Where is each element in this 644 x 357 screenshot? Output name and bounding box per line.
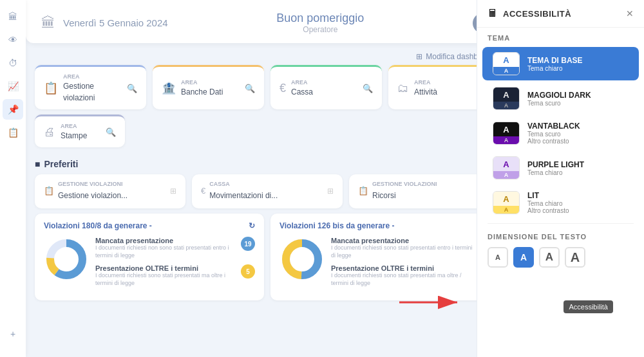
text-size-small[interactable]: A [488, 247, 508, 268]
theme-lit-thumb: A A [493, 191, 520, 214]
refresh-icon-1[interactable]: ↻ [249, 221, 255, 230]
theme-dark-thumb: A A [493, 87, 520, 110]
preferiti-cards: 📋 GESTIONE VIOLAZIONI Gestione violazion… [35, 174, 500, 208]
text-size-xlarge[interactable]: A [565, 247, 585, 268]
pref-card-gestione[interactable]: 📋 GESTIONE VIOLAZIONI Gestione violazion… [35, 174, 185, 208]
greeting-text: Buon pomeriggio [276, 12, 364, 25]
operator-label: Operatore [276, 25, 364, 34]
area-stampe-icon: 🖨 [44, 125, 55, 139]
view-icon[interactable]: 👁 [3, 30, 23, 50]
area-card-gestione[interactable]: 📋 AREA Gestione violazioni 🔍 [35, 65, 146, 109]
theme-purple-thumb: A A [493, 156, 520, 179]
donut-chart-1 [44, 237, 89, 282]
toolbar: ⊞ Modifica dashboard [26, 50, 509, 65]
text-size-title: DIMENSIONE DEL TESTO [488, 233, 634, 241]
violation-widget-180: Violazioni 180/8 da generare - ↻ Mancata… [35, 214, 264, 300]
grid-icon: ⊞ [416, 52, 422, 61]
area-gestione-icon: 📋 [44, 81, 58, 95]
area-card-stampe[interactable]: 🖨 AREA Stampe 🔍 [35, 114, 125, 147]
area-attivita-icon: 🗂 [397, 82, 409, 95]
accessibility-tooltip: Accessibilità [564, 300, 613, 313]
areas-row-2: 🖨 AREA Stampe 🔍 [26, 114, 509, 150]
search-icon-cassa[interactable]: 🔍 [363, 84, 373, 93]
search-icon-stampe[interactable]: 🔍 [106, 127, 116, 137]
preferiti-title: ■ Preferiti [35, 159, 500, 169]
theme-base[interactable]: A A TEMA DI BASE Tema chiaro [482, 47, 639, 80]
area-card-banche[interactable]: 🏦 AREA Banche Dati 🔍 [153, 65, 264, 109]
text-size-row: A A A A [488, 247, 634, 268]
search-icon-banche[interactable]: 🔍 [245, 84, 255, 93]
pin-icon[interactable]: 📌 [3, 99, 23, 120]
pref-action-movimentazioni[interactable]: ⊞ [327, 187, 334, 196]
badge-oltre-1: 5 [241, 264, 255, 279]
violation-title-180: Violazioni 180/8 da generare - ↻ [44, 221, 255, 230]
violations-row: Violazioni 180/8 da generare - ↻ Mancata… [26, 208, 509, 300]
violation-item-mancata-1: Mancata presentazione I documenti richie… [95, 237, 255, 259]
panel-header: 🖩 ACCESSIBILITÀ ✕ [477, 0, 644, 28]
violation-item-oltre-2: Presentazione OLTRE i termini I document… [331, 264, 491, 287]
panel-close-button[interactable]: ✕ [626, 8, 634, 19]
chart-icon[interactable]: 📈 [3, 76, 23, 96]
violation-item-oltre-1: Presentazione OLTRE i termini I document… [95, 264, 255, 287]
panel-title: ACCESSIBILITÀ [503, 9, 571, 19]
preferiti-section: ■ Preferiti 📋 GESTIONE VIOLAZIONI Gestio… [26, 155, 509, 208]
pref-icon-cassa: € [201, 186, 205, 196]
left-sidebar: 🏛 👁 ⏱ 📈 📌 📋 + [0, 0, 26, 357]
pref-icon-ricorsi: 📋 [358, 186, 368, 196]
area-cassa-icon: € [279, 82, 286, 95]
theme-purple-light[interactable]: A A PURPLE LIGHT Tema chiaro [482, 151, 639, 185]
text-size-medium[interactable]: A [513, 247, 534, 268]
header: 🏛 Venerdì 5 Gennaio 2024 Buon pomeriggio… [26, 0, 509, 43]
preferiti-icon: ■ [35, 159, 40, 169]
theme-vanta-thumb: A A [493, 122, 520, 145]
search-icon-gestione[interactable]: 🔍 [127, 84, 137, 93]
pref-card-movimentazioni[interactable]: € CASSA Movimentazioni di... ⊞ [192, 174, 343, 208]
violation-widget-126: Violazioni 126 bis da generare - ↻ Manca… [270, 214, 500, 300]
areas-row-1: 📋 AREA Gestione violazioni 🔍 🏦 AREA Banc… [26, 65, 509, 109]
pref-action-gestione[interactable]: ⊞ [170, 187, 176, 196]
text-size-section: DIMENSIONE DEL TESTO A A A A [477, 228, 644, 273]
violation-item-mancata-2: Mancata presentazione I documenti richie… [331, 237, 491, 259]
theme-maggioli-dark[interactable]: A A MAGGIOLI DARK Tema scuro [482, 82, 639, 115]
clipboard-icon[interactable]: 📋 [3, 122, 23, 143]
violation-title-126: Violazioni 126 bis da generare - ↻ [279, 221, 491, 230]
pref-icon-gestione: 📋 [44, 186, 54, 196]
history-icon[interactable]: ⏱ [3, 53, 23, 73]
theme-lit[interactable]: A A LIT Tema chiaro Altro contrasto [482, 186, 639, 219]
accessibility-panel: 🖩 ACCESSIBILITÀ ✕ TEMA A A TEMA DI BASE … [477, 0, 644, 357]
area-banche-icon: 🏦 [162, 81, 176, 95]
panel-calculator-icon: 🖩 [488, 8, 498, 19]
main-content: 🏛 Venerdì 5 Gennaio 2024 Buon pomeriggio… [26, 0, 509, 357]
donut-chart-2 [279, 237, 325, 282]
institution-icon: 🏛 [41, 15, 55, 32]
badge-mancata-1: 19 [241, 237, 255, 251]
header-date: Venerdì 5 Gennaio 2024 [63, 17, 168, 28]
theme-base-thumb: A A [493, 52, 520, 75]
theme-vantablack[interactable]: A A VANTABLACK Tema scuro Altro contrast… [482, 116, 639, 150]
tema-section-title: TEMA [477, 28, 644, 46]
panel-divider [488, 223, 634, 224]
add-icon[interactable]: + [3, 324, 23, 344]
area-card-cassa[interactable]: € AREA Cassa 🔍 [270, 65, 382, 109]
text-size-large[interactable]: A [539, 247, 560, 268]
home-icon[interactable]: 🏛 [3, 6, 23, 27]
